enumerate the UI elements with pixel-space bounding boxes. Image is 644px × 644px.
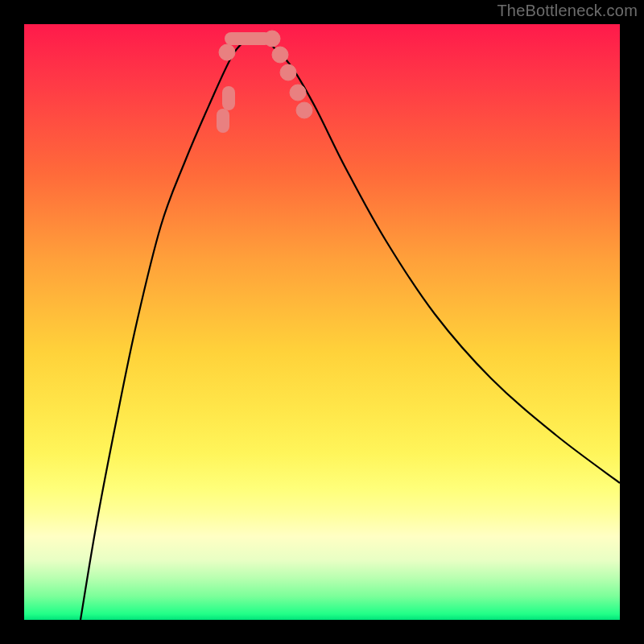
right-curve (266, 40, 620, 483)
data-marker (222, 86, 235, 110)
curve-layer (24, 24, 620, 620)
data-marker (280, 64, 296, 80)
data-marker (296, 102, 312, 118)
data-marker (272, 47, 288, 63)
chart-stage: TheBottleneck.com (0, 0, 644, 644)
data-marker (219, 44, 235, 60)
data-marker (290, 85, 306, 101)
marker-layer (217, 31, 312, 133)
watermark-text: TheBottleneck.com (497, 2, 638, 20)
data-marker (217, 109, 229, 133)
data-marker (264, 31, 280, 47)
plot-area (24, 24, 620, 620)
